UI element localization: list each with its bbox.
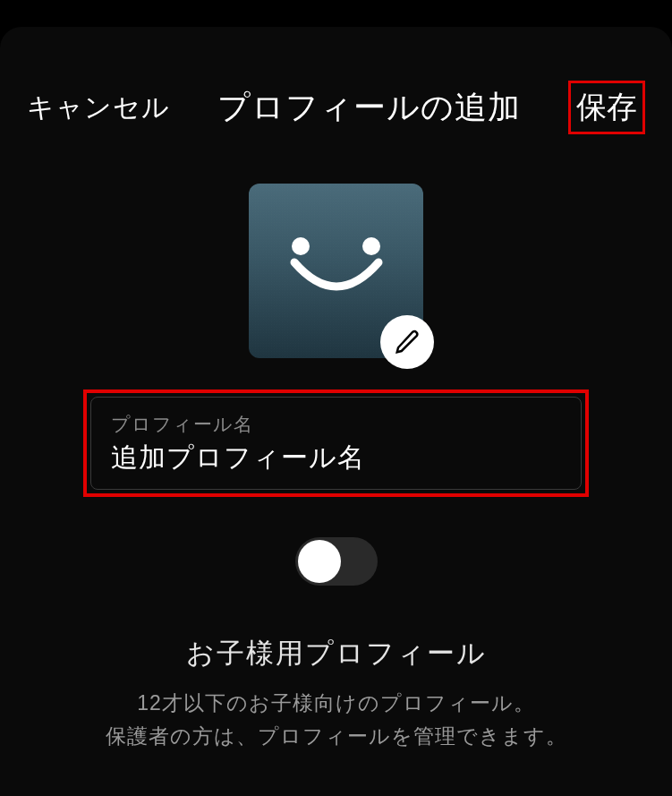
save-button-highlight: 保存: [568, 81, 645, 134]
avatar-eye-left: [292, 237, 310, 255]
profile-name-input[interactable]: [111, 442, 561, 473]
modal-content: プロフィール名 お子様用プロフィール 12才以下のお子様向けのプロフィール。 保…: [0, 170, 672, 753]
kids-profile-description: 12才以下のお子様向けのプロフィール。 保護者の方は、プロフィールを管理できます…: [106, 687, 567, 753]
kids-profile-title: お子様用プロフィール: [106, 635, 567, 672]
kids-profile-section: お子様用プロフィール 12才以下のお子様向けのプロフィール。 保護者の方は、プロ…: [79, 635, 594, 753]
avatar-smile: [287, 255, 386, 309]
kids-desc-line2: 保護者の方は、プロフィールを管理できます。: [106, 724, 567, 748]
save-button[interactable]: 保存: [576, 87, 637, 128]
kids-desc-line1: 12才以下のお子様向けのプロフィール。: [137, 691, 535, 715]
cancel-button[interactable]: キャンセル: [27, 90, 170, 126]
toggle-knob: [298, 540, 341, 583]
edit-avatar-button[interactable]: [380, 315, 434, 369]
profile-name-label: プロフィール名: [111, 412, 561, 437]
page-title: プロフィールの追加: [217, 86, 521, 130]
kids-toggle-container: [295, 537, 378, 586]
pencil-icon: [394, 329, 421, 355]
avatar-eye-right: [362, 237, 380, 255]
modal-header: キャンセル プロフィールの追加 保存: [0, 81, 672, 170]
name-field-highlight: プロフィール名: [83, 389, 589, 497]
kids-profile-toggle[interactable]: [295, 537, 378, 586]
avatar-container: [249, 184, 423, 358]
profile-name-field[interactable]: プロフィール名: [90, 397, 582, 490]
add-profile-sheet: キャンセル プロフィールの追加 保存 プロフィール名: [0, 27, 672, 796]
